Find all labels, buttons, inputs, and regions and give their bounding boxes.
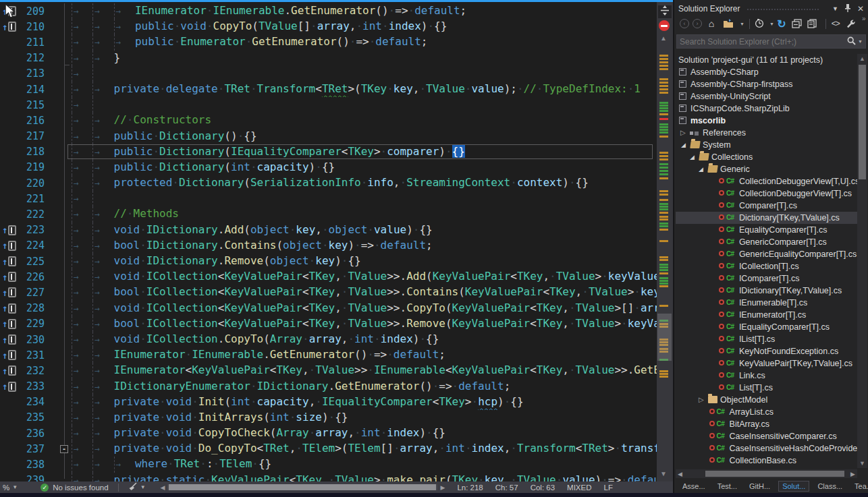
home-icon[interactable]: ⌂ bbox=[705, 18, 717, 30]
tree-row[interactable]: ◢Collections bbox=[676, 151, 857, 163]
panel-tab-class[interactable]: Class... bbox=[813, 481, 846, 492]
line-number[interactable]: 232 bbox=[19, 365, 45, 377]
line-number[interactable]: 235 bbox=[19, 411, 45, 423]
tree-vscrollbar-thumb[interactable] bbox=[859, 65, 866, 179]
collapse-all-icon[interactable] bbox=[791, 18, 803, 30]
line-number[interactable]: 233 bbox=[19, 380, 45, 392]
code-line[interactable]: 234→→private·void·Init(int·capacity,·IEq… bbox=[0, 394, 657, 410]
code-line[interactable]: 217→→public·Dictionary()·{} bbox=[0, 129, 657, 144]
line-number[interactable]: 228 bbox=[19, 302, 45, 314]
line-number[interactable]: 227 bbox=[19, 287, 45, 299]
zoom-control[interactable]: % bbox=[3, 484, 9, 492]
code-line[interactable]: 216→→//·Constructors bbox=[0, 113, 657, 128]
override-arrow-icon[interactable]: ↑ bbox=[0, 238, 19, 254]
override-arrow-icon[interactable]: ↑ bbox=[0, 285, 19, 300]
editor-scrollbar[interactable]: ▲ ▼ bbox=[657, 2, 673, 481]
nav-forward-icon[interactable]: › bbox=[693, 19, 702, 28]
line-number[interactable]: 226 bbox=[19, 271, 45, 283]
tree-row[interactable]: C#CollectionBase.cs bbox=[676, 455, 857, 467]
override-arrow-icon[interactable]: ↑ bbox=[0, 223, 19, 238]
code-line[interactable]: ↑230→→void·ICollection.CopyTo(Array·arra… bbox=[0, 332, 657, 347]
scroll-down-arrow[interactable]: ▼ bbox=[660, 470, 667, 477]
tree-vscrollbar[interactable]: ▲ ▼ bbox=[857, 54, 867, 468]
view-code-icon[interactable]: <> bbox=[830, 18, 842, 30]
tree-hscrollbar-thumb[interactable] bbox=[705, 471, 844, 477]
line-number[interactable]: 237 bbox=[19, 443, 45, 455]
tree-hscrollbar[interactable]: ◀ ▶ bbox=[676, 469, 857, 478]
expander-collapsed-icon[interactable]: ▷ bbox=[699, 394, 704, 406]
scroll-up-arrow[interactable]: ▲ bbox=[660, 34, 667, 42]
pin-icon[interactable] bbox=[844, 4, 851, 13]
panel-tab-gith[interactable]: GitH... bbox=[745, 481, 774, 492]
line-number[interactable]: 222 bbox=[19, 208, 45, 221]
tree-row[interactable]: C#CaseInsensitiveComparer.cs bbox=[676, 430, 857, 442]
tree-row[interactable]: C#CollectionDebuggerView[T,U].cs bbox=[676, 175, 857, 187]
tree-row[interactable]: C#ArrayList.cs bbox=[676, 406, 857, 418]
code-line[interactable]: ↑229→→bool·ICollection<KeyValuePair<TKey… bbox=[0, 316, 657, 332]
override-arrow-icon[interactable]: ↑ bbox=[0, 363, 19, 378]
line-number[interactable]: 211 bbox=[19, 36, 45, 49]
tree-row[interactable]: C#Comparer[T].cs bbox=[676, 200, 857, 212]
line-number[interactable]: 213 bbox=[19, 67, 45, 80]
tree-row[interactable]: ◢Generic bbox=[676, 163, 857, 175]
tree-row[interactable]: C#IEqualityComparer[T].cs bbox=[676, 321, 857, 333]
code-line[interactable]: 237→→private·void·Do_CopyTo<TRet,·TElem>… bbox=[0, 441, 657, 457]
tree-row[interactable]: ICSharpCode.SharpZipLib bbox=[676, 103, 857, 115]
code-line[interactable]: 215→ bbox=[0, 97, 657, 113]
line-number[interactable]: 209 bbox=[19, 5, 45, 18]
tree-row[interactable]: Assembly-UnityScript bbox=[676, 90, 857, 103]
solution-explorer-titlebar[interactable]: Solution Explorer ▼ ✕ bbox=[674, 0, 868, 15]
code-line[interactable]: 211→→→public·Enumerator·GetEnumerator()·… bbox=[0, 34, 657, 50]
line-number[interactable]: 224 bbox=[19, 239, 45, 252]
solution-root-row[interactable]: Solution 'project-gui' (11 of 11 project… bbox=[676, 54, 857, 66]
tree-row[interactable]: C#IEnumerator[T].cs bbox=[676, 309, 857, 321]
cleanup-caret-icon[interactable]: ▼ bbox=[140, 484, 146, 490]
panel-tab-tea[interactable]: Tea... bbox=[850, 481, 868, 492]
tree-row[interactable]: C#GenericEqualityComparer[T].cs bbox=[676, 248, 857, 260]
code-line[interactable]: ↑232→→IEnumerator<KeyValuePair<TKey,·TVa… bbox=[0, 363, 657, 378]
code-line[interactable]: 239→→private·static·KeyValuePair<TKey,·T… bbox=[0, 473, 657, 481]
expander-expanded-icon[interactable]: ◢ bbox=[690, 151, 695, 163]
hscroll-left-arrow[interactable]: ◀ bbox=[161, 484, 165, 491]
filter-caret-icon[interactable]: ▼ bbox=[769, 22, 774, 26]
panel-tab-solut[interactable]: Solut... bbox=[778, 481, 809, 492]
override-arrow-icon[interactable]: ↑ bbox=[0, 332, 19, 347]
panel-tab-asse[interactable]: Asse... bbox=[678, 481, 709, 492]
code-line[interactable]: ↑225→→void·IDictionary.Remove(object·key… bbox=[0, 254, 657, 269]
tree-row[interactable]: C#List[T].cs bbox=[676, 382, 857, 394]
line-number[interactable]: 218 bbox=[19, 146, 45, 158]
code-line[interactable]: 219→→public·Dictionary(int·capacity)·{} bbox=[0, 160, 657, 175]
tree-row[interactable]: C#KeyNotFoundException.cs bbox=[676, 345, 857, 357]
expander-collapsed-icon[interactable]: ▷ bbox=[680, 127, 686, 139]
tree-row[interactable]: ▷References bbox=[676, 127, 857, 139]
tree-row[interactable]: C#Link.cs bbox=[676, 370, 857, 382]
tree-row[interactable]: C#GenericComparer[T].cs bbox=[676, 236, 857, 248]
tree-row[interactable]: Assembly-CSharp bbox=[676, 66, 857, 78]
panel-menu-caret-icon[interactable]: ▼ bbox=[832, 5, 838, 12]
code-line[interactable]: ↑233→→IDictionaryEnumerator·IDictionary.… bbox=[0, 379, 657, 394]
override-arrow-icon[interactable]: ↑ bbox=[0, 254, 19, 269]
code-line[interactable]: 236→→private·void·CopyToCheck(Array·arra… bbox=[0, 426, 657, 441]
line-number[interactable]: 230 bbox=[19, 334, 45, 346]
tree-scroll-up-arrow[interactable]: ▲ bbox=[859, 55, 865, 62]
line-number[interactable]: 234 bbox=[19, 396, 45, 408]
line-number[interactable]: 219 bbox=[19, 161, 45, 173]
split-editor-handle-icon[interactable] bbox=[658, 5, 672, 18]
hscroll-right-arrow[interactable]: ▶ bbox=[440, 484, 445, 491]
tree-row[interactable]: C#CaseInsensitiveHashCodeProvider.cs bbox=[676, 442, 857, 455]
code-line[interactable]: 213→ bbox=[0, 66, 657, 82]
code-line[interactable]: 222→→//·Methods bbox=[0, 206, 657, 222]
tree-row[interactable]: C#BitArray.cs bbox=[676, 418, 857, 430]
editor-hscrollbar-thumb[interactable] bbox=[169, 484, 436, 490]
expander-expanded-icon[interactable]: ◢ bbox=[681, 139, 686, 151]
line-number[interactable]: 231 bbox=[19, 349, 45, 361]
zoom-caret-icon[interactable]: ▼ bbox=[12, 484, 18, 490]
line-number[interactable]: 220 bbox=[19, 177, 45, 189]
search-caret-icon[interactable]: ▼ bbox=[858, 39, 863, 44]
override-arrow-icon[interactable]: ↑ bbox=[0, 269, 19, 285]
code-line[interactable]: 218→→public·Dictionary(IEqualityComparer… bbox=[0, 144, 657, 160]
line-number[interactable]: 215 bbox=[19, 99, 45, 111]
line-number[interactable]: 223 bbox=[19, 224, 45, 236]
tree-row[interactable]: C#KeyValuePair[TKey,TValue].cs bbox=[676, 357, 857, 370]
override-arrow-icon[interactable]: ↑ bbox=[0, 301, 19, 316]
